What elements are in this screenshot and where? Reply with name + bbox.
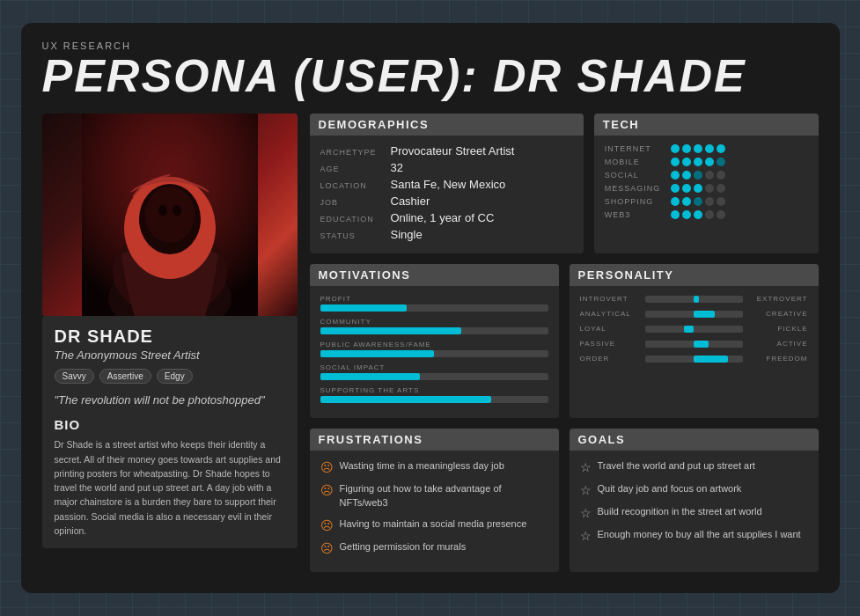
goal-item: ☆Quit day job and focus on artwork xyxy=(580,482,808,497)
frustration-item: ☹Wasting time in a meaningless day job xyxy=(320,459,548,474)
motivation-bar-fill xyxy=(320,396,491,403)
pers-left: PASSIVE xyxy=(580,340,642,348)
personality-row: ANALYTICAL CREATIVE xyxy=(580,310,808,318)
dot-empty xyxy=(717,197,725,206)
motivations-card: MOtIvATIONS PROFIT COMMUNITY PUBLIC AWAR… xyxy=(310,264,559,418)
demo-row: JOBCashier xyxy=(320,194,573,208)
tech-dots xyxy=(671,158,725,166)
demo-row: LOCATIONSanta Fe, New Mexico xyxy=(320,178,573,191)
dot-filled xyxy=(671,210,680,219)
pers-right: FICKLE xyxy=(746,325,808,333)
dot-empty xyxy=(717,210,725,219)
star-icon: ☆ xyxy=(580,483,592,497)
dot-half xyxy=(694,171,702,180)
demo-label: AGE xyxy=(320,165,391,173)
pers-left: ANALYTICAL xyxy=(580,310,642,318)
motivation-row: COMMUNITY xyxy=(320,318,548,334)
pers-left: LOYAL xyxy=(580,325,642,333)
demo-value: Provocateur Street Artist xyxy=(391,144,515,158)
dot-filled xyxy=(694,210,702,219)
bio-text: Dr Shade is a street artist who keeps th… xyxy=(55,437,285,538)
tech-row: SHOPPING xyxy=(605,197,808,206)
pers-left: INTROVERT xyxy=(580,295,642,303)
dot-filled xyxy=(694,158,702,166)
demo-value: 32 xyxy=(391,161,403,174)
dot-filled xyxy=(694,144,702,153)
dot-filled xyxy=(682,197,691,206)
tech-header: TeCH xyxy=(594,114,819,136)
demographics-header: DEMOGRAPHICS xyxy=(310,114,584,136)
bottom-row: frustrAtIONS ☹Wasting time in a meaningl… xyxy=(310,429,819,572)
left-column: DR SHADE The Anonymous Street Artist Sav… xyxy=(42,114,298,572)
svg-point-8 xyxy=(173,205,181,216)
frustrations-body: ☹Wasting time in a meaningless day job☹F… xyxy=(310,451,559,572)
star-icon: ☆ xyxy=(580,506,592,520)
page-wrapper: UX RESEARCH PERSONA (USER): DR SHADE xyxy=(21,23,840,593)
star-icon: ☆ xyxy=(580,460,592,474)
tech-dots xyxy=(671,171,725,180)
motivation-bar-bg xyxy=(320,396,548,403)
dot-filled xyxy=(671,184,680,193)
goal-text: Enough money to buy all the art supplies… xyxy=(598,528,801,541)
tech-row: SOCIAL xyxy=(605,171,808,180)
pers-bar-bg xyxy=(645,296,743,303)
frustrations-card: frustrAtIONS ☹Wasting time in a meaningl… xyxy=(310,429,559,572)
tags-row: Savvy Assertive Edgy xyxy=(55,369,285,384)
motivation-bar-bg xyxy=(320,373,548,380)
demographics-card: DEMOGRAPHICS ARCHETYPEProvocateur Street… xyxy=(310,114,584,253)
tech-dots xyxy=(671,144,725,153)
demo-row: STATUSSingle xyxy=(320,228,573,241)
tech-row: MOBILE xyxy=(605,158,808,166)
goal-item: ☆Build recognition in the street art wor… xyxy=(580,505,808,520)
goal-text: Quit day job and focus on artwork xyxy=(598,482,742,495)
dot-filled xyxy=(682,171,691,180)
pers-right: EXTROVERT xyxy=(746,295,808,303)
pers-bar-fill xyxy=(694,311,715,318)
tag-assertive: Assertive xyxy=(99,369,151,384)
demo-label: ARCHETYPE xyxy=(320,148,391,157)
dot-empty xyxy=(705,184,714,193)
frown-icon: ☹ xyxy=(320,518,334,532)
tech-label: MOBILE xyxy=(605,158,671,166)
pers-right: ACTIVE xyxy=(746,340,808,348)
pers-right: FREEDOM xyxy=(746,355,808,363)
goal-item: ☆Enough money to buy all the art supplie… xyxy=(580,528,808,543)
pers-bar-bg xyxy=(645,356,743,363)
pers-bar-bg xyxy=(645,326,743,333)
motivations-body: PROFIT COMMUNITY PUBLIC AWARENESS/FAME S… xyxy=(310,286,559,418)
tag-savvy: Savvy xyxy=(55,369,94,384)
tech-body: INTERNETMOBILESOCIALMESSAGINGSHOPPINGWEB… xyxy=(594,136,819,232)
dot-half xyxy=(717,158,725,166)
motivation-row: SOCIAL IMPACT xyxy=(320,363,548,380)
dot-filled xyxy=(682,144,691,153)
tag-edgy: Edgy xyxy=(157,369,193,384)
pers-bar-fill xyxy=(694,341,709,348)
demo-label: STATUS xyxy=(320,231,391,240)
svg-point-6 xyxy=(145,187,195,243)
demo-row: ARCHETYPEProvocateur Street Artist xyxy=(320,144,573,158)
motivation-bar-fill xyxy=(320,373,421,380)
pers-bar-fill xyxy=(684,326,694,333)
frustration-item: ☹Having to maintain a social media prese… xyxy=(320,517,548,532)
content-area: DR SHADE The Anonymous Street Artist Sav… xyxy=(42,114,819,572)
motivation-label: SOCIAL IMPACT xyxy=(320,363,548,371)
goals-card: GOALS ☆Travel the world and put up stree… xyxy=(570,429,819,572)
pers-left: ORDER xyxy=(580,355,642,363)
profile-info: DR SHADE The Anonymous Street Artist Sav… xyxy=(42,316,298,548)
pers-right: CREATIVE xyxy=(746,310,808,318)
personality-body: INTROVERT EXTROVERT ANALYTICAL CREATIVE … xyxy=(570,286,819,378)
demo-table: ARCHETYPEProvocateur Street ArtistAGE32L… xyxy=(320,144,573,241)
goals-body: ☆Travel the world and put up street art☆… xyxy=(570,451,819,560)
tech-label: SHOPPING xyxy=(605,197,671,206)
personality-row: INTROVERT EXTROVERT xyxy=(580,295,808,303)
header-section: UX RESEARCH PERSONA (USER): DR SHADE xyxy=(42,40,819,101)
dot-filled xyxy=(694,184,702,193)
motivation-bar-bg xyxy=(320,304,548,312)
personality-card: PERSONALITY INTROVERT EXTROVERT ANALYTIC… xyxy=(570,264,819,418)
dot-filled xyxy=(682,158,691,166)
demo-row: EDUCATIONOnline, 1 year of CC xyxy=(320,211,573,224)
demo-label: EDUCATION xyxy=(320,215,391,224)
frown-icon: ☹ xyxy=(320,541,334,555)
star-icon: ☆ xyxy=(580,529,592,543)
demo-label: LOCATION xyxy=(320,181,391,190)
